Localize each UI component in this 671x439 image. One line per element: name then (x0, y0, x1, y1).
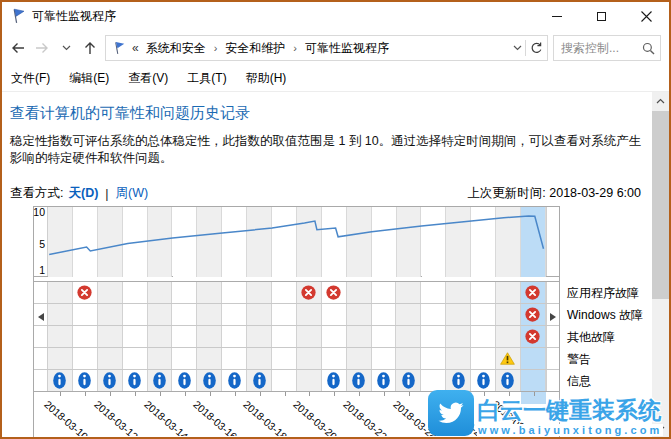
scroll-right-icon[interactable] (550, 313, 556, 321)
event-cell[interactable] (322, 370, 347, 391)
scrollbar-thumb[interactable] (652, 111, 669, 299)
event-cell[interactable] (148, 370, 173, 391)
event-cell[interactable] (197, 370, 222, 391)
event-cell[interactable] (496, 370, 521, 391)
event-cell[interactable] (272, 326, 297, 347)
event-cell[interactable] (98, 282, 123, 303)
event-cell[interactable] (48, 282, 73, 303)
view-by-weeks-link[interactable]: 周(W) (116, 185, 149, 202)
event-cell[interactable] (148, 348, 173, 369)
event-cell[interactable] (471, 370, 496, 391)
event-cell[interactable] (372, 370, 397, 391)
event-cell[interactable] (471, 304, 496, 325)
event-cell[interactable] (496, 348, 521, 369)
event-cell[interactable] (172, 326, 197, 347)
event-cell[interactable] (48, 304, 73, 325)
event-cell[interactable] (98, 326, 123, 347)
menu-item[interactable]: 工具(T) (187, 70, 226, 87)
event-cell[interactable] (172, 348, 197, 369)
event-cell[interactable] (446, 370, 471, 391)
event-cell[interactable] (297, 326, 322, 347)
event-cell[interactable] (421, 348, 446, 369)
event-cell[interactable] (396, 348, 421, 369)
event-cell[interactable] (98, 304, 123, 325)
event-cell[interactable] (421, 282, 446, 303)
breadcrumb-item[interactable]: 安全和维护 (225, 41, 285, 55)
event-cell[interactable] (521, 370, 546, 391)
event-cell[interactable] (421, 370, 446, 391)
event-cell[interactable] (197, 348, 222, 369)
event-cell[interactable] (73, 370, 98, 391)
event-cell[interactable] (222, 326, 247, 347)
event-cell[interactable] (73, 326, 98, 347)
menu-item[interactable]: 查看(V) (128, 70, 168, 87)
event-cell[interactable] (272, 348, 297, 369)
event-cell[interactable] (396, 326, 421, 347)
event-cell[interactable] (446, 348, 471, 369)
event-cell[interactable] (48, 326, 73, 347)
event-cell[interactable] (297, 304, 322, 325)
event-cell[interactable] (247, 370, 272, 391)
close-button[interactable] (624, 2, 669, 30)
event-cell[interactable] (396, 370, 421, 391)
event-cell[interactable] (471, 282, 496, 303)
event-cell[interactable] (496, 282, 521, 303)
event-cell[interactable] (247, 348, 272, 369)
event-cell[interactable] (471, 326, 496, 347)
menu-item[interactable]: 帮助(H) (246, 70, 287, 87)
event-cell[interactable] (396, 304, 421, 325)
up-button[interactable] (78, 36, 102, 60)
event-cell[interactable] (222, 304, 247, 325)
breadcrumb-item[interactable]: 可靠性监视程序 (305, 41, 389, 55)
event-cell[interactable] (172, 282, 197, 303)
search-input[interactable]: 搜索控制... (553, 35, 661, 61)
event-cell[interactable] (98, 348, 123, 369)
event-cell[interactable] (421, 326, 446, 347)
event-cell[interactable] (521, 304, 546, 325)
event-cell[interactable] (446, 282, 471, 303)
event-cell[interactable] (347, 282, 372, 303)
event-cell[interactable] (347, 348, 372, 369)
event-cell[interactable] (148, 304, 173, 325)
event-cell[interactable] (322, 282, 347, 303)
event-cell[interactable] (521, 348, 546, 369)
event-cell[interactable] (48, 348, 73, 369)
event-cell[interactable] (297, 282, 322, 303)
refresh-icon[interactable] (529, 41, 544, 56)
event-cell[interactable] (48, 370, 73, 391)
event-cell[interactable] (172, 304, 197, 325)
event-cell[interactable] (148, 282, 173, 303)
event-cell[interactable] (197, 326, 222, 347)
event-cell[interactable] (197, 304, 222, 325)
menu-item[interactable]: 文件(F) (11, 70, 50, 87)
event-cell[interactable] (247, 326, 272, 347)
event-cell[interactable] (73, 348, 98, 369)
event-cell[interactable] (272, 304, 297, 325)
maximize-button[interactable] (579, 2, 624, 30)
event-cell[interactable] (372, 304, 397, 325)
forward-button[interactable] (30, 36, 54, 60)
event-cell[interactable] (272, 370, 297, 391)
recent-pages-button[interactable] (54, 36, 78, 60)
view-by-days-link[interactable]: 天(D) (68, 185, 98, 202)
event-cell[interactable] (222, 370, 247, 391)
menu-item[interactable]: 编辑(E) (69, 70, 109, 87)
event-cell[interactable] (446, 304, 471, 325)
event-cell[interactable] (123, 370, 148, 391)
event-cell[interactable] (347, 370, 372, 391)
breadcrumb[interactable]: « 系统和安全›安全和维护›可靠性监视程序 (105, 35, 548, 61)
event-cell[interactable] (123, 304, 148, 325)
event-cell[interactable] (222, 282, 247, 303)
event-cell[interactable] (123, 326, 148, 347)
event-cell[interactable] (396, 282, 421, 303)
event-cell[interactable] (347, 326, 372, 347)
chevron-down-icon[interactable] (513, 45, 522, 51)
event-cell[interactable] (172, 370, 197, 391)
event-cell[interactable] (247, 304, 272, 325)
scroll-left-icon[interactable] (38, 313, 44, 321)
event-cell[interactable] (372, 326, 397, 347)
event-cell[interactable] (521, 326, 546, 347)
event-cell[interactable] (272, 282, 297, 303)
event-cell[interactable] (421, 304, 446, 325)
event-cell[interactable] (123, 348, 148, 369)
